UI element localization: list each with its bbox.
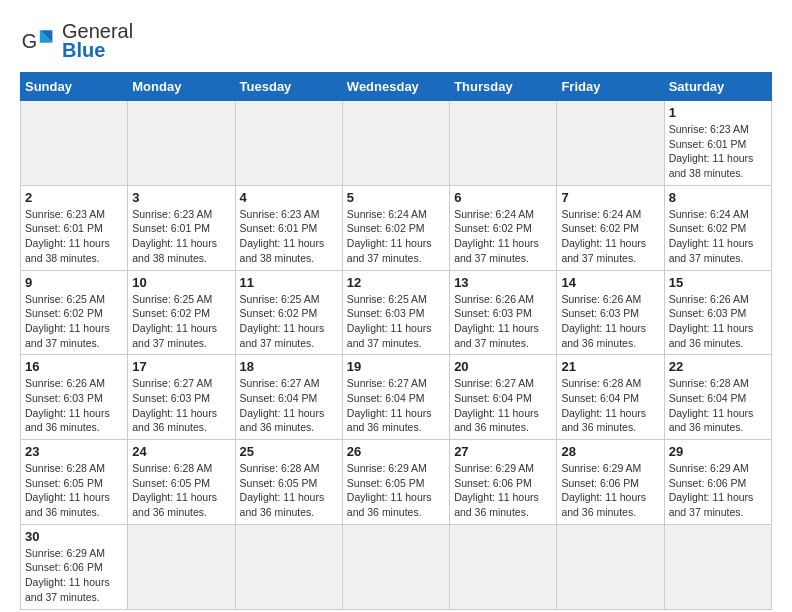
- day-cell: 18Sunrise: 6:27 AM Sunset: 6:04 PM Dayli…: [235, 355, 342, 440]
- day-number: 6: [454, 190, 552, 205]
- day-cell: [235, 524, 342, 609]
- day-number: 29: [669, 444, 767, 459]
- week-row-2: 2Sunrise: 6:23 AM Sunset: 6:01 PM Daylig…: [21, 185, 772, 270]
- day-info: Sunrise: 6:29 AM Sunset: 6:06 PM Dayligh…: [454, 461, 552, 520]
- day-cell: 8Sunrise: 6:24 AM Sunset: 6:02 PM Daylig…: [664, 185, 771, 270]
- day-info: Sunrise: 6:25 AM Sunset: 6:02 PM Dayligh…: [240, 292, 338, 351]
- day-cell: 25Sunrise: 6:28 AM Sunset: 6:05 PM Dayli…: [235, 440, 342, 525]
- day-number: 13: [454, 275, 552, 290]
- day-cell: 29Sunrise: 6:29 AM Sunset: 6:06 PM Dayli…: [664, 440, 771, 525]
- day-cell: 9Sunrise: 6:25 AM Sunset: 6:02 PM Daylig…: [21, 270, 128, 355]
- day-number: 11: [240, 275, 338, 290]
- day-info: Sunrise: 6:24 AM Sunset: 6:02 PM Dayligh…: [347, 207, 445, 266]
- day-cell: [342, 524, 449, 609]
- day-info: Sunrise: 6:29 AM Sunset: 6:06 PM Dayligh…: [25, 546, 123, 605]
- day-number: 4: [240, 190, 338, 205]
- day-info: Sunrise: 6:23 AM Sunset: 6:01 PM Dayligh…: [25, 207, 123, 266]
- day-info: Sunrise: 6:24 AM Sunset: 6:02 PM Dayligh…: [669, 207, 767, 266]
- day-info: Sunrise: 6:23 AM Sunset: 6:01 PM Dayligh…: [132, 207, 230, 266]
- day-cell: [235, 101, 342, 186]
- day-cell: [450, 524, 557, 609]
- weekday-header-monday: Monday: [128, 73, 235, 101]
- day-info: Sunrise: 6:27 AM Sunset: 6:04 PM Dayligh…: [347, 376, 445, 435]
- day-number: 8: [669, 190, 767, 205]
- weekday-header-sunday: Sunday: [21, 73, 128, 101]
- day-info: Sunrise: 6:23 AM Sunset: 6:01 PM Dayligh…: [240, 207, 338, 266]
- day-cell: [557, 524, 664, 609]
- day-cell: 23Sunrise: 6:28 AM Sunset: 6:05 PM Dayli…: [21, 440, 128, 525]
- day-info: Sunrise: 6:28 AM Sunset: 6:05 PM Dayligh…: [25, 461, 123, 520]
- day-number: 15: [669, 275, 767, 290]
- day-cell: 27Sunrise: 6:29 AM Sunset: 6:06 PM Dayli…: [450, 440, 557, 525]
- week-row-3: 9Sunrise: 6:25 AM Sunset: 6:02 PM Daylig…: [21, 270, 772, 355]
- day-number: 24: [132, 444, 230, 459]
- page-header: G General Blue: [20, 20, 772, 62]
- day-info: Sunrise: 6:23 AM Sunset: 6:01 PM Dayligh…: [669, 122, 767, 181]
- day-number: 22: [669, 359, 767, 374]
- day-info: Sunrise: 6:28 AM Sunset: 6:05 PM Dayligh…: [132, 461, 230, 520]
- day-cell: 6Sunrise: 6:24 AM Sunset: 6:02 PM Daylig…: [450, 185, 557, 270]
- day-number: 7: [561, 190, 659, 205]
- day-info: Sunrise: 6:25 AM Sunset: 6:02 PM Dayligh…: [132, 292, 230, 351]
- day-number: 2: [25, 190, 123, 205]
- day-cell: 20Sunrise: 6:27 AM Sunset: 6:04 PM Dayli…: [450, 355, 557, 440]
- day-cell: 28Sunrise: 6:29 AM Sunset: 6:06 PM Dayli…: [557, 440, 664, 525]
- day-number: 23: [25, 444, 123, 459]
- day-number: 18: [240, 359, 338, 374]
- week-row-5: 23Sunrise: 6:28 AM Sunset: 6:05 PM Dayli…: [21, 440, 772, 525]
- day-info: Sunrise: 6:24 AM Sunset: 6:02 PM Dayligh…: [454, 207, 552, 266]
- calendar-table: SundayMondayTuesdayWednesdayThursdayFrid…: [20, 72, 772, 610]
- day-cell: 22Sunrise: 6:28 AM Sunset: 6:04 PM Dayli…: [664, 355, 771, 440]
- day-cell: 24Sunrise: 6:28 AM Sunset: 6:05 PM Dayli…: [128, 440, 235, 525]
- day-number: 1: [669, 105, 767, 120]
- day-number: 28: [561, 444, 659, 459]
- day-info: Sunrise: 6:27 AM Sunset: 6:04 PM Dayligh…: [240, 376, 338, 435]
- day-cell: 4Sunrise: 6:23 AM Sunset: 6:01 PM Daylig…: [235, 185, 342, 270]
- day-info: Sunrise: 6:25 AM Sunset: 6:03 PM Dayligh…: [347, 292, 445, 351]
- week-row-1: 1Sunrise: 6:23 AM Sunset: 6:01 PM Daylig…: [21, 101, 772, 186]
- day-info: Sunrise: 6:29 AM Sunset: 6:06 PM Dayligh…: [669, 461, 767, 520]
- day-info: Sunrise: 6:29 AM Sunset: 6:05 PM Dayligh…: [347, 461, 445, 520]
- day-cell: 7Sunrise: 6:24 AM Sunset: 6:02 PM Daylig…: [557, 185, 664, 270]
- day-info: Sunrise: 6:28 AM Sunset: 6:05 PM Dayligh…: [240, 461, 338, 520]
- day-info: Sunrise: 6:27 AM Sunset: 6:04 PM Dayligh…: [454, 376, 552, 435]
- day-cell: [557, 101, 664, 186]
- day-cell: 19Sunrise: 6:27 AM Sunset: 6:04 PM Dayli…: [342, 355, 449, 440]
- day-number: 21: [561, 359, 659, 374]
- logo-text: General Blue: [62, 20, 133, 62]
- day-cell: 30Sunrise: 6:29 AM Sunset: 6:06 PM Dayli…: [21, 524, 128, 609]
- day-cell: 17Sunrise: 6:27 AM Sunset: 6:03 PM Dayli…: [128, 355, 235, 440]
- week-row-4: 16Sunrise: 6:26 AM Sunset: 6:03 PM Dayli…: [21, 355, 772, 440]
- weekday-header-saturday: Saturday: [664, 73, 771, 101]
- weekday-header-friday: Friday: [557, 73, 664, 101]
- day-cell: 15Sunrise: 6:26 AM Sunset: 6:03 PM Dayli…: [664, 270, 771, 355]
- day-info: Sunrise: 6:27 AM Sunset: 6:03 PM Dayligh…: [132, 376, 230, 435]
- day-info: Sunrise: 6:28 AM Sunset: 6:04 PM Dayligh…: [561, 376, 659, 435]
- day-cell: [128, 524, 235, 609]
- svg-text:G: G: [22, 30, 37, 52]
- weekday-header-thursday: Thursday: [450, 73, 557, 101]
- day-info: Sunrise: 6:26 AM Sunset: 6:03 PM Dayligh…: [561, 292, 659, 351]
- day-cell: 16Sunrise: 6:26 AM Sunset: 6:03 PM Dayli…: [21, 355, 128, 440]
- day-info: Sunrise: 6:28 AM Sunset: 6:04 PM Dayligh…: [669, 376, 767, 435]
- day-number: 26: [347, 444, 445, 459]
- day-number: 19: [347, 359, 445, 374]
- day-cell: 12Sunrise: 6:25 AM Sunset: 6:03 PM Dayli…: [342, 270, 449, 355]
- day-info: Sunrise: 6:26 AM Sunset: 6:03 PM Dayligh…: [25, 376, 123, 435]
- day-cell: [128, 101, 235, 186]
- day-number: 3: [132, 190, 230, 205]
- logo-icon: G: [20, 23, 56, 59]
- day-number: 16: [25, 359, 123, 374]
- logo: G General Blue: [20, 20, 133, 62]
- day-cell: 3Sunrise: 6:23 AM Sunset: 6:01 PM Daylig…: [128, 185, 235, 270]
- day-cell: 10Sunrise: 6:25 AM Sunset: 6:02 PM Dayli…: [128, 270, 235, 355]
- day-cell: 21Sunrise: 6:28 AM Sunset: 6:04 PM Dayli…: [557, 355, 664, 440]
- day-cell: 26Sunrise: 6:29 AM Sunset: 6:05 PM Dayli…: [342, 440, 449, 525]
- day-number: 9: [25, 275, 123, 290]
- day-number: 27: [454, 444, 552, 459]
- day-number: 14: [561, 275, 659, 290]
- day-cell: 1Sunrise: 6:23 AM Sunset: 6:01 PM Daylig…: [664, 101, 771, 186]
- day-cell: 2Sunrise: 6:23 AM Sunset: 6:01 PM Daylig…: [21, 185, 128, 270]
- day-cell: 11Sunrise: 6:25 AM Sunset: 6:02 PM Dayli…: [235, 270, 342, 355]
- day-cell: [450, 101, 557, 186]
